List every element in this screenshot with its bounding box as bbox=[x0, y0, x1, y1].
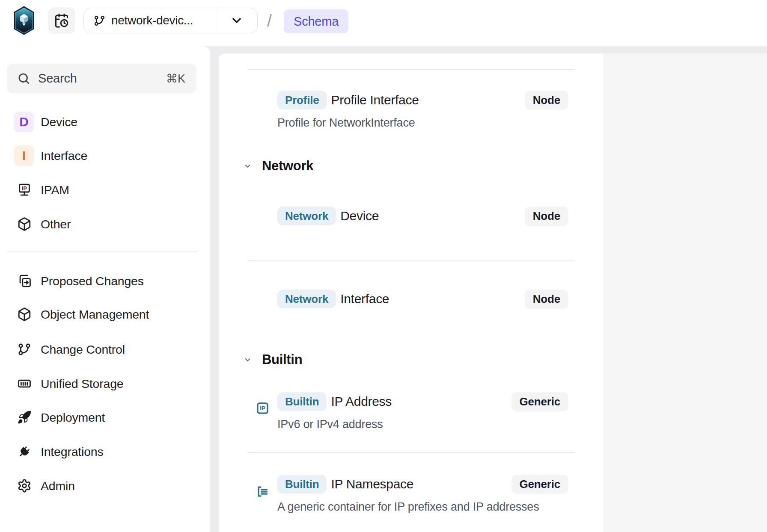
sidebar-item-proposed-changes[interactable]: Proposed Changes bbox=[0, 264, 210, 298]
sidebar-item-label: IPAM bbox=[41, 183, 69, 197]
ip-address-icon: IP bbox=[256, 401, 270, 415]
sidebar-item-label: Deployment bbox=[41, 411, 105, 425]
plug-icon bbox=[17, 444, 32, 459]
calendar-clock-icon bbox=[54, 13, 69, 28]
kind-badge: Generic bbox=[511, 392, 568, 411]
rocket-icon bbox=[17, 410, 32, 425]
sidebar-item-unified-storage[interactable]: Unified Storage bbox=[0, 366, 210, 401]
sidebar-item-label: Admin bbox=[41, 479, 75, 493]
sidebar-item-label: Interface bbox=[41, 149, 87, 163]
schema-row-network-interface[interactable]: Network Interface Node bbox=[219, 290, 603, 308]
sidebar-item-other[interactable]: Other bbox=[0, 207, 210, 241]
search-icon bbox=[7, 72, 30, 85]
workspace: Search ⌘K D Device I Interface IP IPAM bbox=[0, 46, 767, 532]
schema-title: Interface bbox=[340, 292, 389, 306]
sidebar-item-label: Integrations bbox=[41, 445, 104, 459]
namespace-badge: Builtin bbox=[277, 475, 327, 494]
section-header-network[interactable]: Network bbox=[219, 157, 603, 174]
schema-description: Profile for NetworkInterface bbox=[277, 117, 568, 129]
sidebar-item-interface[interactable]: I Interface bbox=[0, 139, 210, 173]
kind-badge: Generic bbox=[511, 475, 568, 494]
section-header-builtin[interactable]: Builtin bbox=[219, 351, 603, 368]
interface-letter-badge: I bbox=[14, 145, 34, 166]
namespace-badge: Network bbox=[277, 290, 336, 308]
sidebar-item-label: Device bbox=[41, 115, 77, 129]
sidebar-divider bbox=[7, 251, 197, 252]
branch-selector-caret[interactable] bbox=[216, 8, 257, 33]
schema-row-ip-namespace[interactable]: Builtin IP Namespace Generic A generic c… bbox=[219, 475, 603, 513]
schema-title: Device bbox=[340, 209, 379, 223]
chevron-down-icon bbox=[244, 162, 252, 170]
ip-namespace-icon bbox=[256, 485, 270, 499]
cube-icon bbox=[17, 307, 32, 322]
sidebar-item-label: Proposed Changes bbox=[41, 274, 144, 288]
infrahub-logo[interactable] bbox=[13, 6, 35, 35]
date-time-button[interactable] bbox=[48, 7, 75, 34]
row-divider bbox=[247, 69, 575, 70]
sidebar-item-label: Change Control bbox=[41, 343, 125, 357]
schema-row-ip-address[interactable]: IP Builtin IP Address Generic IPv6 or IP… bbox=[219, 392, 603, 430]
sidebar-item-change-control[interactable]: Change Control bbox=[0, 332, 210, 366]
branch-selector[interactable]: network-devic... bbox=[83, 8, 258, 33]
sidebar-item-integrations[interactable]: Integrations bbox=[0, 434, 210, 469]
search-input[interactable]: Search ⌘K bbox=[7, 64, 196, 93]
sidebar-item-label: Object Management bbox=[41, 307, 149, 322]
sidebar: Search ⌘K D Device I Interface IP IPAM bbox=[0, 46, 210, 532]
search-placeholder: Search bbox=[38, 71, 77, 86]
sidebar-item-ipam[interactable]: IP IPAM bbox=[0, 173, 210, 207]
gear-icon bbox=[17, 479, 32, 493]
sidebar-item-label: Unified Storage bbox=[41, 377, 123, 391]
sidebar-item-deployment[interactable]: Deployment bbox=[0, 400, 210, 434]
kind-badge: Node bbox=[525, 290, 568, 309]
row-divider bbox=[247, 452, 575, 453]
svg-text:IP: IP bbox=[22, 186, 27, 192]
schema-description: A generic container for IP prefixes and … bbox=[277, 501, 568, 513]
schema-title: IP Namespace bbox=[331, 477, 413, 491]
branch-name: network-devic... bbox=[111, 14, 193, 27]
namespace-badge: Profile bbox=[277, 91, 327, 109]
ipam-icon: IP bbox=[17, 183, 32, 197]
breadcrumb-schema[interactable]: Schema bbox=[284, 9, 348, 33]
namespace-badge: Builtin bbox=[277, 392, 327, 411]
schema-description: IPv6 or IPv4 address bbox=[277, 418, 568, 430]
git-branch-icon bbox=[17, 342, 32, 357]
namespace-badge: Network bbox=[277, 207, 336, 225]
schema-title: IP Address bbox=[331, 394, 392, 409]
app-header: network-devic... / Schema bbox=[0, 0, 767, 46]
schema-row-network-device[interactable]: Network Device Node bbox=[219, 207, 603, 225]
sidebar-item-admin[interactable]: Admin bbox=[0, 469, 210, 503]
sidebar-item-object-management[interactable]: Object Management bbox=[0, 297, 210, 331]
sidebar-item-label: Other bbox=[41, 217, 71, 231]
schema-row-profile-interface[interactable]: Profile Profile Interface Node Profile f… bbox=[219, 91, 603, 129]
section-title: Network bbox=[262, 158, 313, 174]
breadcrumb-separator: / bbox=[267, 0, 272, 41]
detail-panel-empty bbox=[603, 53, 767, 532]
storage-icon bbox=[17, 376, 32, 391]
svg-text:IP: IP bbox=[260, 405, 265, 411]
schema-list-panel: Profile Profile Interface Node Profile f… bbox=[219, 53, 603, 532]
section-title: Builtin bbox=[262, 352, 302, 367]
kind-badge: Node bbox=[525, 207, 568, 226]
git-branch-icon bbox=[93, 15, 106, 27]
branch-selector-value[interactable]: network-devic... bbox=[84, 8, 216, 33]
chevron-down-icon bbox=[244, 356, 252, 364]
proposed-changes-icon bbox=[17, 274, 32, 288]
chevron-down-icon bbox=[230, 14, 244, 27]
search-shortcut: ⌘K bbox=[166, 72, 185, 86]
cube-icon bbox=[17, 217, 32, 231]
kind-badge: Node bbox=[525, 91, 568, 110]
sidebar-item-device[interactable]: D Device bbox=[0, 105, 210, 139]
schema-title: Profile Interface bbox=[331, 93, 419, 107]
device-letter-badge: D bbox=[14, 112, 34, 132]
row-divider bbox=[247, 260, 575, 261]
